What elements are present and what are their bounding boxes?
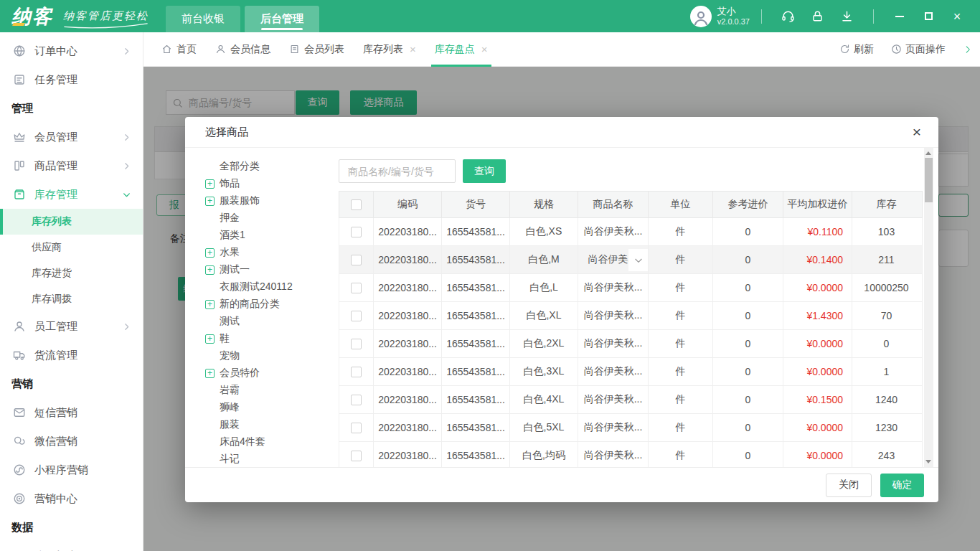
close-button[interactable]: 关闭 (826, 474, 872, 497)
tree-item-3[interactable]: 押金 (205, 209, 338, 227)
expand-plus-icon[interactable]: + (205, 197, 215, 206)
row-checkbox[interactable] (351, 283, 362, 293)
avatar[interactable] (690, 6, 712, 27)
tree-item-14[interactable]: 狮峰 (205, 399, 338, 416)
sidebar-item-member-manage[interactable]: 会员管理 (0, 123, 143, 151)
expand-plus-icon[interactable]: + (205, 369, 215, 378)
sidebar-subitem-inventory-purchase[interactable]: 库存进货 (0, 260, 143, 286)
product-table: 编码货号规格商品名称单位参考进价平均加权进价库存 202203180...165… (339, 191, 923, 467)
sidebar-item-report[interactable]: 统计报表 (0, 542, 143, 551)
sidebar-item-inventory-manage[interactable]: 库存管理 (0, 180, 143, 209)
tab-close-icon[interactable]: × (410, 43, 416, 55)
page-operations-button[interactable]: 页面操作 (891, 43, 946, 56)
sidebar-subitem-inventory-transfer[interactable]: 库存调拨 (0, 286, 143, 312)
expand-plus-icon[interactable]: + (205, 300, 215, 309)
tree-item-9[interactable]: 测试 (205, 313, 338, 330)
tree-item-1[interactable]: +饰品 (205, 175, 338, 192)
table-row[interactable]: 202203180...165543581...白色,2XL尚谷伊美秋...件0… (339, 330, 923, 358)
sidebar-item-logistics-manage[interactable]: 货流管理 (0, 341, 143, 369)
modal-search-input[interactable] (347, 165, 448, 178)
tree-item-16[interactable]: 床品4件套 (205, 433, 338, 451)
row-checkbox[interactable] (351, 367, 362, 377)
divider (873, 9, 874, 24)
tree-item-8[interactable]: +新的商品分类 (205, 296, 338, 313)
scroll-down-icon[interactable] (925, 460, 931, 463)
table-row[interactable]: 202203180...165543581...白色,L尚谷伊美秋...件0¥0… (339, 274, 923, 302)
topnav-front-cashier[interactable]: 前台收银 (166, 6, 240, 32)
cell-spec: 白色,3XL (510, 358, 578, 385)
topnav-backend-manage[interactable]: 后台管理 (245, 6, 319, 32)
expand-plus-icon[interactable]: + (205, 179, 215, 189)
tab-close-icon[interactable]: × (481, 43, 488, 55)
modal-search-box[interactable] (339, 159, 456, 183)
tree-item-5[interactable]: +水果 (205, 244, 338, 261)
window-minimize-button[interactable] (894, 11, 905, 22)
download-icon[interactable] (840, 9, 854, 23)
cell-unit: 件 (649, 386, 713, 413)
tree-item-11[interactable]: 宠物 (205, 347, 338, 364)
modal-query-button[interactable]: 查询 (463, 159, 506, 183)
row-checkbox[interactable] (351, 395, 362, 405)
sidebar-item-sms-marketing[interactable]: 短信营销 (0, 398, 143, 427)
tab-home[interactable]: 首页 (152, 32, 206, 66)
expand-plus-icon[interactable]: + (205, 248, 215, 258)
scrollbar[interactable] (924, 148, 933, 467)
sidebar-item-order-center[interactable]: 订单中心 (0, 37, 143, 65)
window-maximize-button[interactable] (923, 11, 934, 22)
sidebar-item-product-manage[interactable]: 商品管理 (0, 151, 143, 180)
sidebar-item-task-manage[interactable]: 任务管理 (0, 65, 143, 94)
sidebar-item-marketing-center[interactable]: 营销中心 (0, 484, 143, 513)
table-row[interactable]: 202203180...165543581...白色,均码尚谷伊美秋...件0¥… (339, 442, 923, 467)
table-row[interactable]: 202203180...165543581...白色,4XL尚谷伊美秋...件0… (339, 386, 923, 414)
table-row[interactable]: 202203180...165543581...白色,M尚谷伊美秋件0¥0.14… (339, 246, 923, 274)
sidebar-item-staff-manage[interactable]: 员工管理 (0, 312, 143, 341)
tree-item-15[interactable]: 服装 (205, 416, 338, 433)
chevron-right-icon[interactable] (963, 44, 973, 55)
cell-unit: 件 (649, 442, 713, 467)
tree-item-13[interactable]: 岩霸 (205, 382, 338, 399)
sidebar-subitem-inventory-list[interactable]: 库存列表 (0, 209, 143, 235)
person-icon (13, 320, 26, 333)
tree-item-6[interactable]: +测试一 (205, 261, 338, 278)
tree-item-12[interactable]: +会员特价 (205, 364, 338, 382)
tree-item-10[interactable]: +鞋 (205, 330, 338, 347)
tree-item-4[interactable]: 酒类1 (205, 227, 338, 244)
close-icon[interactable]: × (913, 125, 921, 139)
row-checkbox[interactable] (351, 423, 362, 433)
tree-item-2[interactable]: +服装服饰 (205, 192, 338, 209)
window-close-button[interactable]: × (951, 11, 963, 22)
chevron-down-icon[interactable] (628, 249, 648, 271)
cell-spec: 白色,5XL (510, 414, 578, 441)
row-checkbox[interactable] (351, 451, 362, 461)
expand-plus-icon[interactable]: + (205, 334, 215, 344)
cell-ref-price: 0 (713, 302, 783, 329)
row-checkbox[interactable] (351, 311, 362, 321)
table-row[interactable]: 202203180...165543581...白色,XL尚谷伊美秋...件0¥… (339, 302, 923, 330)
select-all-checkbox[interactable] (351, 199, 362, 210)
confirm-button[interactable]: 确定 (880, 474, 924, 497)
table-row[interactable]: 202203180...165543581...白色,XS尚谷伊美秋...件0¥… (339, 218, 923, 246)
tree-item-0[interactable]: 全部分类 (205, 158, 338, 175)
tab-inventory-check[interactable]: 库存盘点× (425, 32, 497, 66)
refresh-button[interactable]: 刷新 (839, 43, 874, 56)
sidebar-item-miniprogram-marketing[interactable]: 小程序营销 (0, 456, 143, 484)
lock-icon[interactable] (811, 9, 824, 23)
scroll-up-icon[interactable] (925, 151, 931, 155)
table-row[interactable]: 202203180...165543581...白色,5XL尚谷伊美秋...件0… (339, 414, 923, 442)
row-checkbox[interactable] (351, 227, 362, 237)
row-checkbox[interactable] (351, 339, 362, 349)
sidebar-item-wechat-marketing[interactable]: 微信营销 (0, 427, 143, 456)
sidebar-subitem-supplier[interactable]: 供应商 (0, 235, 143, 260)
expand-plus-icon[interactable]: + (205, 265, 215, 275)
tree-item-7[interactable]: 衣服测试240112 (205, 278, 338, 296)
sidebar-menu: 订单中心任务管理管理会员管理商品管理库存管理库存列表供应商库存进货库存调拨员工管… (0, 37, 143, 551)
customer-service-icon[interactable] (781, 9, 795, 23)
user-block[interactable]: 艾小 v2.0.0.37 (717, 6, 750, 27)
table-row[interactable]: 202203180...165543581...白色,3XL尚谷伊美秋...件0… (339, 358, 923, 386)
tab-member-info[interactable]: 会员信息 (206, 32, 280, 66)
tab-inventory-list[interactable]: 库存列表× (354, 32, 425, 66)
tab-member-list[interactable]: 会员列表 (280, 32, 354, 66)
tree-item-17[interactable]: 斗记 (205, 451, 338, 467)
scrollbar-thumb[interactable] (925, 158, 933, 202)
row-checkbox[interactable] (351, 255, 362, 265)
